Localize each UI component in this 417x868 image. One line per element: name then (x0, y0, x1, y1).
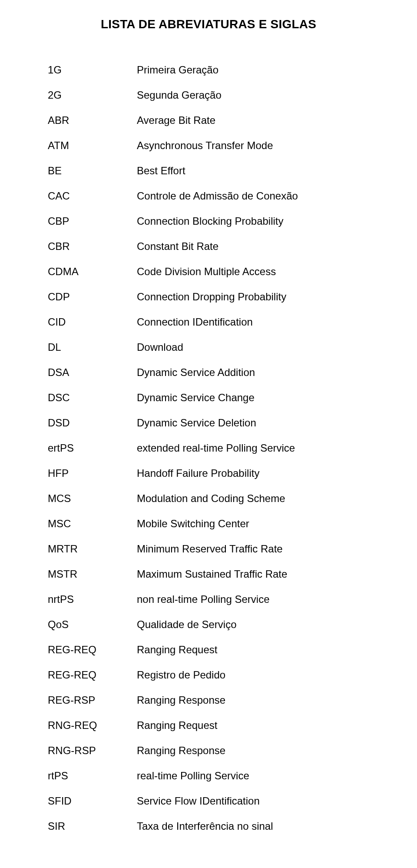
abbreviation-term: REG-REQ (48, 669, 126, 681)
abbreviation-term: REG-REQ (48, 644, 126, 656)
abbreviation-definition: Handoff Failure Probability (137, 467, 369, 479)
abbreviation-definition: non real-time Polling Service (137, 593, 369, 605)
abbreviation-term: QoS (48, 619, 126, 631)
abbreviation-term: DSA (48, 366, 126, 379)
abbreviation-term: MSTR (48, 568, 126, 580)
abbreviation-definition: Mobile Switching Center (137, 518, 369, 530)
abbreviation-term: 2G (48, 89, 126, 101)
abbreviation-definition: Registro de Pedido (137, 669, 369, 681)
abbreviation-definition: Code Division Multiple Access (137, 266, 369, 278)
abbreviation-term: ABR (48, 114, 126, 126)
abbreviation-definition: Ranging Response (137, 745, 369, 757)
abbreviation-term: DL (48, 341, 126, 353)
abbreviation-term: 1G (48, 64, 126, 76)
abbreviation-term: HFP (48, 467, 126, 479)
abbreviation-definition: Dynamic Service Change (137, 392, 369, 404)
abbreviation-term: rtPS (48, 770, 126, 782)
abbreviation-term: CDP (48, 291, 126, 303)
abbreviation-definition: Primeira Geração (137, 64, 369, 76)
abbreviation-definition: Constant Bit Rate (137, 240, 369, 253)
abbreviation-definition: real-time Polling Service (137, 770, 369, 782)
abbreviation-definition: Connection Dropping Probability (137, 291, 369, 303)
abbreviation-term: CAC (48, 190, 126, 202)
abbreviation-definition: Dynamic Service Deletion (137, 417, 369, 429)
abbreviation-term: CDMA (48, 266, 126, 278)
abbreviation-definition: Download (137, 341, 369, 353)
abbreviation-term: CBR (48, 240, 126, 253)
abbreviation-term: DSC (48, 392, 126, 404)
abbreviation-definition: Qualidade de Serviço (137, 619, 369, 631)
abbreviation-definition: Dynamic Service Addition (137, 366, 369, 379)
abbreviation-definition: Minimum Reserved Traffic Rate (137, 543, 369, 555)
abbreviation-term: nrtPS (48, 593, 126, 605)
abbreviation-term: MRTR (48, 543, 126, 555)
abbreviation-term: SIR (48, 820, 126, 832)
abbreviation-term: ertPS (48, 442, 126, 454)
abbreviation-definition: Taxa de Interferência no sinal (137, 820, 369, 832)
abbreviation-definition: Service Flow IDentification (137, 795, 369, 807)
abbreviation-definition: Asynchronous Transfer Mode (137, 140, 369, 152)
abbreviation-term: CID (48, 316, 126, 328)
abbreviation-definition: Average Bit Rate (137, 114, 369, 126)
abbreviation-definition: Connection IDentification (137, 316, 369, 328)
abbreviation-term: DSD (48, 417, 126, 429)
abbreviation-definition: Maximum Sustained Traffic Rate (137, 568, 369, 580)
abbreviation-definition: Controle de Admissão de Conexão (137, 190, 369, 202)
abbreviation-term: SFID (48, 795, 126, 807)
abbreviation-definition: Best Effort (137, 165, 369, 177)
abbreviation-definition: Segunda Geração (137, 89, 369, 101)
abbreviation-term: REG-RSP (48, 694, 126, 706)
abbreviation-term: RNG-REQ (48, 719, 126, 732)
abbreviation-term: ATM (48, 140, 126, 152)
abbreviation-term: RNG-RSP (48, 745, 126, 757)
abbreviation-term: MSC (48, 518, 126, 530)
abbreviation-definition: Modulation and Coding Scheme (137, 492, 369, 505)
abbreviation-definition: Ranging Request (137, 719, 369, 732)
page-title: LISTA DE ABREVIATURAS E SIGLAS (48, 17, 369, 31)
abbreviation-definition: Ranging Request (137, 644, 369, 656)
abbreviation-definition: extended real-time Polling Service (137, 442, 369, 454)
abbreviation-term: CBP (48, 215, 126, 227)
abbreviation-list: 1GPrimeira Geração2GSegunda GeraçãoABRAv… (48, 64, 369, 832)
abbreviation-term: BE (48, 165, 126, 177)
abbreviation-definition: Ranging Response (137, 694, 369, 706)
abbreviation-term: MCS (48, 492, 126, 505)
abbreviation-definition: Connection Blocking Probability (137, 215, 369, 227)
